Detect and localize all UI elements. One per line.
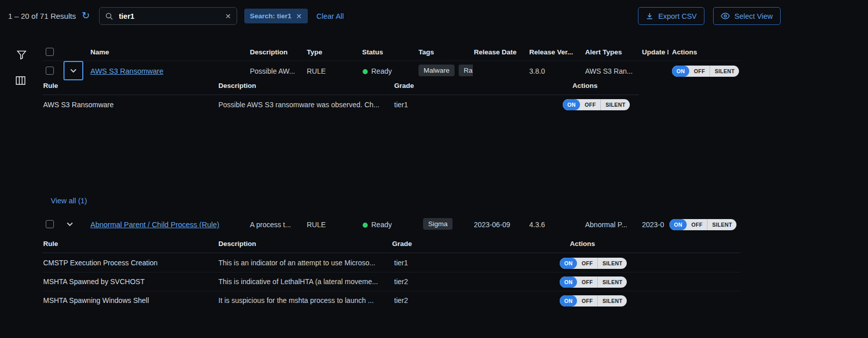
toggle-on[interactable]: ON bbox=[672, 66, 689, 77]
alert-mode-toggle[interactable]: ON OFF SILENT bbox=[669, 219, 736, 230]
search-input[interactable] bbox=[118, 12, 220, 21]
subcolumn-header-actions: Actions bbox=[572, 82, 598, 89]
column-header-type[interactable]: Type bbox=[307, 48, 323, 56]
subcolumn-header-rule: Rule bbox=[43, 240, 58, 248]
subheader-separator bbox=[43, 95, 639, 95]
filter-chip-label: Search: tier1 bbox=[250, 12, 292, 20]
toggle-off[interactable]: OFF bbox=[689, 66, 710, 77]
alert-types: Abnormal P... bbox=[585, 221, 627, 229]
select-view-label: Select View bbox=[734, 12, 773, 20]
update-date: 2023-0 bbox=[642, 221, 667, 229]
filter-chip-search-tier1[interactable]: Search: tier1 ✕ bbox=[244, 9, 308, 23]
row-checkbox[interactable] bbox=[46, 220, 54, 228]
search-box[interactable]: ✕ bbox=[99, 7, 237, 25]
column-header-tags[interactable]: Tags bbox=[419, 48, 434, 56]
toggle-silent[interactable]: SILENT bbox=[597, 258, 627, 269]
select-view-button[interactable]: Select View bbox=[713, 7, 781, 25]
alert-mode-toggle[interactable]: ON OFF SILENT bbox=[560, 276, 627, 288]
toggle-off[interactable]: OFF bbox=[577, 276, 597, 288]
toggle-silent[interactable]: SILENT bbox=[600, 99, 630, 110]
toggle-off[interactable]: OFF bbox=[687, 219, 707, 230]
column-header-release-version[interactable]: Release Ver... bbox=[529, 48, 573, 56]
subcolumn-header-actions: Actions bbox=[570, 240, 595, 248]
tag-badge: Sigma bbox=[423, 218, 453, 230]
row-checkbox[interactable] bbox=[46, 67, 54, 75]
sub-rule-name: AWS S3 Ransomware bbox=[43, 101, 114, 109]
sub-rule-description: It is suspicious for the mshta process t… bbox=[218, 296, 374, 304]
sub-rule-description: This is an indicator of an attempt to us… bbox=[218, 259, 375, 267]
column-header-alert-types[interactable]: Alert Types bbox=[585, 48, 622, 56]
toggle-on[interactable]: ON bbox=[560, 295, 577, 306]
tag-badge: Malware bbox=[419, 65, 455, 76]
rule-name-link[interactable]: Abnormal Parent / Child Process (Rule) bbox=[90, 221, 219, 229]
toggle-on[interactable]: ON bbox=[563, 99, 580, 110]
release-version: 3.8.0 bbox=[529, 67, 545, 75]
toggle-silent[interactable]: SILENT bbox=[710, 66, 739, 77]
sub-rule-description: This is indicative of LethalHTA (a later… bbox=[218, 278, 378, 286]
subcolumn-header-grade: Grade bbox=[392, 240, 412, 248]
release-date: 2023-06-09 bbox=[474, 221, 510, 229]
subcolumn-header-grade: Grade bbox=[394, 82, 414, 89]
column-header-description[interactable]: Description bbox=[250, 48, 287, 56]
toggle-on[interactable]: ON bbox=[669, 219, 687, 230]
row-separator bbox=[43, 291, 741, 291]
tags-cell: Sigma bbox=[423, 218, 474, 230]
rule-description: A process t... bbox=[250, 221, 291, 229]
status-label: Ready bbox=[371, 67, 392, 75]
view-all-link[interactable]: View all (1) bbox=[51, 197, 87, 205]
subcolumn-header-description: Description bbox=[218, 240, 256, 248]
results-count: 1 – 20 of 71 Results bbox=[8, 12, 76, 20]
alert-mode-toggle[interactable]: ON OFF SILENT bbox=[563, 99, 630, 110]
sub-rule-name: MSHTA Spawning Windows Shell bbox=[43, 296, 149, 304]
sub-rule-grade: tier2 bbox=[394, 278, 408, 286]
tags-cell: Malware Ransomware bbox=[419, 65, 473, 76]
toggle-off[interactable]: OFF bbox=[580, 99, 600, 110]
collapse-row-chevron[interactable] bbox=[67, 222, 73, 227]
eye-icon bbox=[721, 13, 730, 19]
toggle-silent[interactable]: SILENT bbox=[597, 295, 627, 306]
columns-icon[interactable] bbox=[16, 76, 25, 85]
column-header-name[interactable]: Name bbox=[90, 48, 109, 56]
export-csv-button[interactable]: Export CSV bbox=[638, 7, 704, 25]
search-icon bbox=[105, 12, 113, 20]
subcolumn-header-description: Description bbox=[218, 82, 256, 89]
row-separator bbox=[43, 272, 741, 272]
status-label: Ready bbox=[371, 221, 392, 229]
select-all-checkbox[interactable] bbox=[46, 48, 54, 56]
status-dot bbox=[363, 69, 368, 74]
remove-filter-icon[interactable]: ✕ bbox=[296, 13, 302, 20]
sub-rule-name: MSHTA Spawned by SVCHOST bbox=[43, 278, 145, 286]
toggle-on[interactable]: ON bbox=[560, 276, 577, 288]
toggle-on[interactable]: ON bbox=[560, 258, 577, 269]
subcolumn-header-rule: Rule bbox=[43, 82, 58, 89]
download-icon bbox=[646, 12, 654, 20]
header-separator bbox=[43, 60, 741, 61]
sub-rule-name: CMSTP Execution Process Creation bbox=[43, 259, 157, 267]
sub-rule-description: Possible AWS S3 ransomware was observed.… bbox=[218, 101, 379, 109]
toggle-silent[interactable]: SILENT bbox=[707, 219, 736, 230]
clear-search-icon[interactable]: ✕ bbox=[225, 13, 231, 20]
rule-type: RULE bbox=[307, 67, 326, 75]
refresh-icon[interactable]: ↻ bbox=[82, 11, 90, 20]
alert-mode-toggle[interactable]: ON OFF SILENT bbox=[672, 66, 739, 77]
toggle-silent[interactable]: SILENT bbox=[597, 276, 627, 288]
release-version: 4.3.6 bbox=[529, 221, 545, 229]
column-header-update-date[interactable]: Update D bbox=[642, 48, 668, 56]
toggle-off[interactable]: OFF bbox=[577, 295, 597, 306]
filter-funnel-icon[interactable] bbox=[17, 50, 26, 59]
tag-badge: Ransomware bbox=[459, 65, 473, 76]
alert-mode-toggle[interactable]: ON OFF SILENT bbox=[560, 258, 627, 269]
subheader-separator bbox=[43, 253, 741, 253]
rule-type: RULE bbox=[307, 221, 326, 229]
column-header-release-date[interactable]: Release Date bbox=[474, 48, 517, 56]
alert-mode-toggle[interactable]: ON OFF SILENT bbox=[560, 295, 627, 306]
rule-name-link[interactable]: AWS S3 Ransomware bbox=[90, 67, 164, 75]
column-header-status[interactable]: Status bbox=[362, 48, 383, 56]
status-dot bbox=[363, 223, 368, 228]
sub-rule-grade: tier1 bbox=[394, 101, 408, 109]
toggle-off[interactable]: OFF bbox=[577, 258, 597, 269]
column-header-actions: Actions bbox=[672, 48, 697, 56]
sub-rule-grade: tier2 bbox=[394, 296, 408, 304]
clear-all-link[interactable]: Clear All bbox=[316, 12, 344, 20]
collapse-row-chevron[interactable] bbox=[63, 61, 83, 80]
